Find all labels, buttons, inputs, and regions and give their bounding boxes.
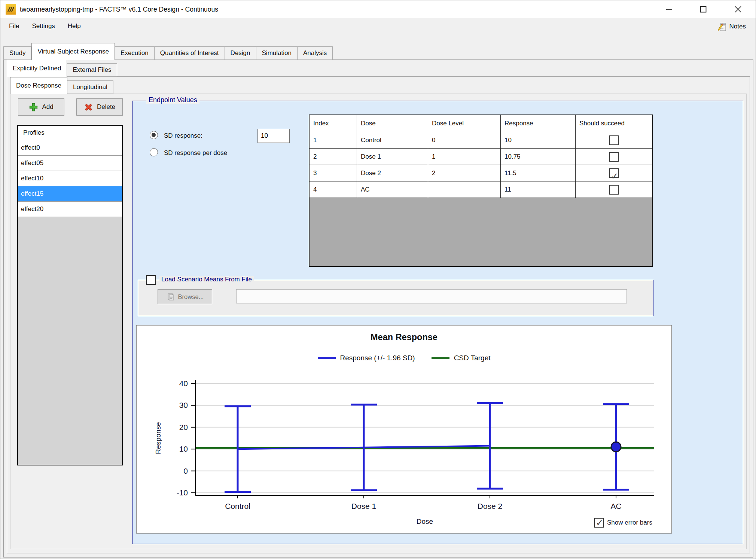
should-succeed-checkbox[interactable] <box>609 168 619 178</box>
table-row[interactable]: 3Dose 2211.5 <box>310 165 652 181</box>
cell-index[interactable]: 1 <box>310 132 357 149</box>
tab-dose-response[interactable]: Dose Response <box>10 77 67 94</box>
show-error-bars-label: Show error bars <box>607 519 652 526</box>
legend-label: CSD Target <box>454 354 491 362</box>
y-tick-label: 10 <box>179 445 188 453</box>
menu-item-help[interactable]: Help <box>61 18 87 34</box>
tab-analysis[interactable]: Analysis <box>298 46 333 60</box>
x-category-label: Dose 1 <box>351 502 377 510</box>
cell-dose_level[interactable]: 1 <box>428 149 501 165</box>
table-empty-area <box>310 198 652 266</box>
show-error-bars-control: Show error bars <box>594 518 652 528</box>
col-header-dose: Dose <box>357 115 428 132</box>
should-succeed-checkbox[interactable] <box>609 135 619 145</box>
cell-dose[interactable]: AC <box>357 181 428 198</box>
level2-tab-strip: Explicitly DefinedExternal Files <box>7 59 117 77</box>
title-bar[interactable]: twoarmearlystopping-tmp - FACTS™ v6.1 Co… <box>0 0 756 18</box>
cell-index[interactable]: 3 <box>310 165 357 181</box>
application-window: twoarmearlystopping-tmp - FACTS™ v6.1 Co… <box>0 0 756 559</box>
legend-line-swatch <box>432 357 449 359</box>
window-bottom-strip <box>0 558 756 559</box>
cell-response[interactable]: 10.75 <box>501 149 576 165</box>
window-title: twoarmearlystopping-tmp - FACTS™ v6.1 Co… <box>20 0 218 18</box>
tab-execution[interactable]: Execution <box>115 46 155 60</box>
col-header-should-succeed: Should succeed <box>576 115 652 132</box>
col-header-index: Index <box>310 115 357 132</box>
profile-item-effect20[interactable]: effect20 <box>18 202 122 217</box>
sd-response-radio[interactable] <box>150 131 158 139</box>
table-row[interactable]: 4AC11 <box>310 181 652 198</box>
tab-quantities-of-interest[interactable]: Quantities of Interest <box>155 46 225 60</box>
menu-item-file[interactable]: File <box>3 18 25 34</box>
y-tick-label: 40 <box>179 379 188 388</box>
profile-item-effect0[interactable]: effect0 <box>18 140 122 156</box>
notes-button[interactable]: Notes <box>717 20 746 33</box>
cell-dose_level[interactable]: 0 <box>428 132 501 149</box>
tab-external-files[interactable]: External Files <box>67 63 117 77</box>
notes-label: Notes <box>729 23 746 30</box>
delete-button[interactable]: Delete <box>76 98 123 116</box>
sd-response-per-dose-radio[interactable] <box>150 148 158 156</box>
y-tick-label: -10 <box>177 488 188 497</box>
close-icon <box>734 5 743 14</box>
tab-explicitly-defined[interactable]: Explicitly Defined <box>7 60 67 77</box>
cell-dose_level[interactable] <box>428 181 501 198</box>
cell-dose_level[interactable]: 2 <box>428 165 501 181</box>
cell-should-succeed <box>576 165 652 181</box>
scenario-file-field[interactable] <box>236 289 627 303</box>
add-button[interactable]: Add <box>18 98 64 116</box>
x-axis-title: Dose <box>417 517 433 525</box>
show-error-bars-checkbox[interactable] <box>594 518 604 528</box>
browse-icon <box>166 292 175 301</box>
add-label: Add <box>42 103 53 111</box>
y-tick-label: 20 <box>179 423 188 431</box>
y-axis-title: Response <box>154 422 162 454</box>
cell-index[interactable]: 2 <box>310 149 357 165</box>
cell-dose[interactable]: Dose 2 <box>357 165 428 181</box>
tab-simulation[interactable]: Simulation <box>256 46 298 60</box>
cell-should-succeed <box>576 181 652 198</box>
profiles-empty-area <box>18 217 122 465</box>
browse-label: Browse... <box>178 293 204 300</box>
maximize-button[interactable] <box>695 0 712 18</box>
chart-panel: 403020100-10ControlDose 1Dose 2ACDoseRes… <box>136 325 672 534</box>
table-row[interactable]: 1Control010 <box>310 132 652 149</box>
table-row[interactable]: 2Dose 1110.75 <box>310 149 652 165</box>
cell-dose[interactable]: Control <box>357 132 428 149</box>
load-scenario-label: Load Scenario Means From File <box>159 276 254 283</box>
cell-response[interactable]: 10 <box>501 132 576 149</box>
maximize-icon <box>699 5 707 13</box>
close-button[interactable] <box>729 0 747 18</box>
x-category-label: AC <box>610 502 621 510</box>
minimize-button[interactable] <box>661 0 678 18</box>
menu-bar: FileSettingsHelp <box>0 18 756 34</box>
tab-longitudinal[interactable]: Longitudinal <box>67 80 113 94</box>
profile-item-effect15[interactable]: effect15 <box>18 186 122 202</box>
delete-label: Delete <box>97 103 115 111</box>
dose-table: IndexDoseDose LevelResponseShould succee… <box>309 114 653 267</box>
load-scenario-checkbox[interactable] <box>146 275 156 285</box>
x-category-label: Control <box>225 502 250 510</box>
should-succeed-checkbox[interactable] <box>609 152 619 162</box>
profile-item-effect10[interactable]: effect10 <box>18 171 122 186</box>
browse-button[interactable]: Browse... <box>158 289 212 304</box>
cell-dose[interactable]: Dose 1 <box>357 149 428 165</box>
main-tab-strip: StudyVirtual Subject ResponseExecutionQu… <box>3 42 333 60</box>
legend-line-swatch <box>318 357 336 359</box>
sd-response-input[interactable] <box>257 129 290 143</box>
add-icon <box>29 103 38 112</box>
delete-icon <box>84 103 93 112</box>
tab-design[interactable]: Design <box>225 46 256 60</box>
cell-index[interactable]: 4 <box>310 181 357 198</box>
cell-response[interactable]: 11.5 <box>501 165 576 181</box>
profile-item-effect05[interactable]: effect05 <box>18 156 122 171</box>
menu-item-settings[interactable]: Settings <box>25 18 61 34</box>
tab-virtual-subject-response[interactable]: Virtual Subject Response <box>31 43 115 60</box>
cell-response[interactable]: 11 <box>501 181 576 198</box>
legend-item: CSD Target <box>432 354 491 362</box>
should-succeed-checkbox[interactable] <box>609 185 619 195</box>
level3-tab-strip: Dose ResponseLongitudinal <box>10 77 113 94</box>
cell-should-succeed <box>576 132 652 149</box>
notes-icon <box>717 22 727 32</box>
tab-study[interactable]: Study <box>3 46 31 60</box>
